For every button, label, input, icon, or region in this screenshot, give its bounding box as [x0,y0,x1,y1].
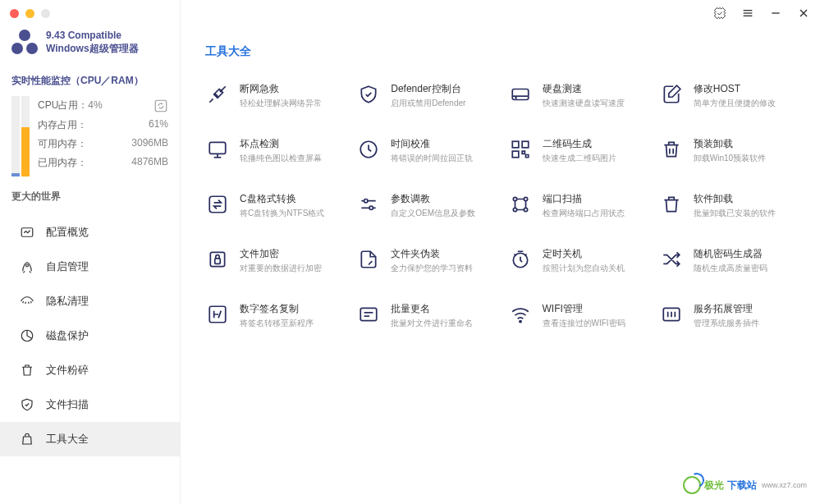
tool-title: WIFI管理 [543,302,625,316]
tool-title: 修改HOST [694,82,776,96]
nav-label: 文件扫描 [46,397,89,412]
tool-desc: 检查网络端口占用状态 [543,208,625,219]
edit-icon [659,82,684,107]
eye-icon [20,294,34,309]
tool-qr[interactable]: 二维码生成快速生成二维码图片 [508,137,644,164]
tool-rename[interactable]: 批量更名批量对文件进行重命名 [356,302,492,329]
tool-title: C盘格式转换 [240,192,324,206]
nav-item-gauge[interactable]: 配置概览 [0,215,180,250]
nav-item-rocket[interactable]: 自启管理 [0,250,180,284]
nav-item-shield[interactable]: 文件扫描 [0,387,180,422]
nav-label: 工具大全 [46,432,89,447]
close-icon[interactable] [797,7,810,20]
tool-title: 定时关机 [543,247,625,261]
nav-item-eye[interactable]: 隐私清理 [0,284,180,318]
tool-trash2[interactable]: 预装卸载卸载Win10预装软件 [659,137,795,164]
tool-title: 软件卸载 [694,192,776,206]
nav-item-trash[interactable]: 文件粉碎 [0,353,180,387]
sign-icon [205,302,230,327]
tool-wifi[interactable]: WIFI管理查看连接过的WIFI密码 [508,302,644,329]
sliders-icon [356,192,381,217]
rocket-icon [20,259,34,274]
minimize-traffic-light[interactable] [25,9,34,18]
tool-desc: 查看连接过的WIFI密码 [543,318,625,329]
tool-desc: 批量卸载已安装的软件 [694,208,776,219]
tool-shuffle[interactable]: 随机密码生成器随机生成高质量密码 [659,247,795,274]
shield-icon [20,397,34,412]
svg-point-27 [524,197,527,200]
tool-title: 端口扫描 [543,192,625,206]
svg-point-28 [513,208,516,211]
tool-title: 坏点检测 [240,137,322,151]
nav-item-bag[interactable]: 工具大全 [0,422,180,456]
tool-network[interactable]: 端口扫描检查网络端口占用状态 [508,192,644,219]
svg-rect-19 [522,141,529,148]
tool-folder[interactable]: 文件夹伪装全力保护您的学习资料 [356,247,492,274]
tool-shield[interactable]: Defender控制台启用或禁用Defender [356,82,492,109]
tool-hdd[interactable]: 硬盘测速快速测速硬盘读写速度 [508,82,644,109]
svg-point-8 [26,264,29,267]
svg-point-37 [519,321,520,323]
wifi-icon [508,302,533,327]
trash3-icon [659,192,684,217]
tool-title: 二维码生成 [543,137,616,151]
tool-desc: 轮播纯色图以检查屏幕 [240,153,322,164]
tool-title: 文件夹伪装 [391,247,473,261]
swap-icon [205,192,230,217]
close-traffic-light[interactable] [10,9,19,18]
settings-icon[interactable] [713,7,726,20]
tool-monitor[interactable]: 坏点检测轮播纯色图以检查屏幕 [205,137,341,164]
tool-swap[interactable]: C盘格式转换将C盘转换为NTFS格式 [205,192,341,219]
nav-label: 配置概览 [46,225,89,240]
tool-desc: 卸载Win10预装软件 [694,153,766,164]
ram-used-row: 已用内存：4876MB [38,153,168,172]
titlebar [0,0,820,26]
tool-lock[interactable]: 文件加密对重要的数据进行加密 [205,247,341,274]
tool-desc: 将签名转移至新程序 [240,318,314,329]
tool-desc: 对重要的数据进行加密 [240,263,322,274]
lock-icon [205,247,230,272]
tool-desc: 将C盘转换为NTFS格式 [240,208,324,219]
tool-clock[interactable]: 时间校准将错误的时间拉回正轨 [356,137,492,164]
tool-title: 硬盘测速 [543,82,625,96]
monitor-icon [205,137,230,162]
nav-label: 磁盘保护 [46,328,89,343]
gauge-icon [20,225,34,240]
bag-icon [20,432,34,447]
nav-label: 隐私清理 [46,294,89,309]
shuffle-icon [659,247,684,272]
minimize-icon[interactable] [769,7,782,20]
tool-timer[interactable]: 定时关机按照计划为您自动关机 [508,247,644,274]
svg-point-26 [513,197,516,200]
svg-point-13 [515,98,516,99]
tool-title: 预装卸载 [694,137,766,151]
svg-rect-18 [512,141,519,148]
tool-edit[interactable]: 修改HOST简单方便且便捷的修改 [659,82,795,109]
watermark-logo-icon [683,476,701,494]
tool-plug[interactable]: 断网急救轻松处理解决网络异常 [205,82,341,109]
service-icon [659,302,684,327]
app-logo: 9.43 Compatible Windows超级管理器 [0,30,180,67]
tool-trash3[interactable]: 软件卸载批量卸载已安装的软件 [659,192,795,219]
maximize-traffic-light[interactable] [41,9,50,18]
section-label: 更大的世界 [0,183,180,210]
svg-rect-21 [209,196,226,213]
tool-desc: 启用或禁用Defender [391,98,465,109]
sidebar: 9.43 Compatible Windows超级管理器 实时性能监控（CPU／… [0,0,181,504]
tool-desc: 轻松处理解决网络异常 [240,98,322,109]
nav-item-pie[interactable]: 磁盘保护 [0,318,180,353]
trash-icon [20,363,34,378]
tool-service[interactable]: 服务拓展管理管理系统服务插件 [659,302,795,329]
tool-desc: 自定义OEM信息及参数 [391,208,475,219]
nav-label: 文件粉碎 [46,363,89,378]
tool-sliders[interactable]: 参数调教自定义OEM信息及参数 [356,192,492,219]
app-title: 9.43 Compatible Windows超级管理器 [46,30,139,55]
tool-title: Defender控制台 [391,82,465,96]
refresh-icon[interactable] [153,99,168,113]
ram-avail-row: 可用内存：3096MB [38,135,168,153]
svg-rect-34 [361,308,378,320]
tool-desc: 将错误的时间拉回正轨 [391,153,473,164]
svg-rect-20 [512,151,519,158]
tool-sign[interactable]: 数字签名复制将签名转移至新程序 [205,302,341,329]
menu-icon[interactable] [741,7,754,20]
